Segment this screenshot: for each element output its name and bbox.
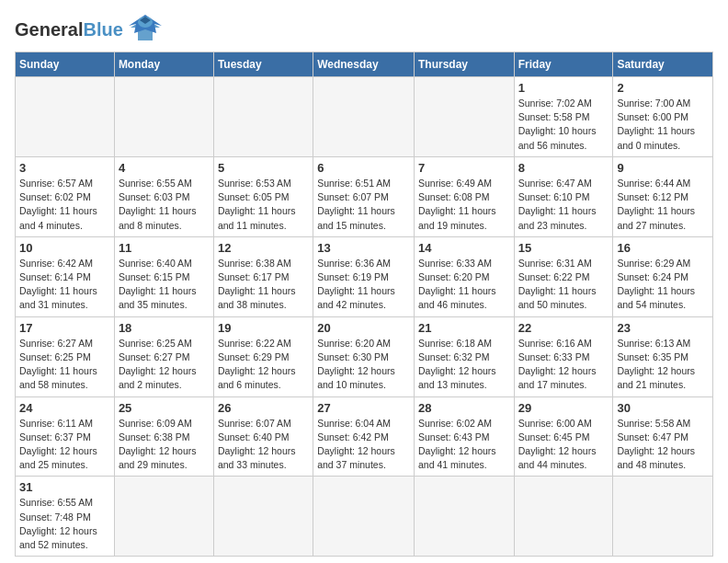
day-number: 1	[518, 81, 609, 95]
calendar-cell: 9Sunrise: 6:44 AMSunset: 6:12 PMDaylight…	[613, 156, 713, 236]
weekday-header-monday: Monday	[114, 52, 213, 77]
day-number: 2	[617, 81, 709, 95]
day-number: 28	[418, 401, 510, 415]
day-info: Sunrise: 6:04 AMSunset: 6:42 PMDaylight:…	[317, 417, 410, 473]
calendar-cell	[114, 477, 213, 557]
header: GeneralBlue	[15, 15, 713, 44]
day-info: Sunrise: 6:29 AMSunset: 6:24 PMDaylight:…	[617, 257, 709, 313]
calendar-cell	[514, 477, 613, 557]
calendar-cell: 4Sunrise: 6:55 AMSunset: 6:03 PMDaylight…	[114, 156, 213, 236]
weekday-header-tuesday: Tuesday	[213, 52, 313, 77]
day-info: Sunrise: 6:09 AMSunset: 6:38 PMDaylight:…	[119, 417, 210, 473]
day-info: Sunrise: 6:38 AMSunset: 6:17 PMDaylight:…	[218, 257, 309, 313]
day-info: Sunrise: 6:00 AMSunset: 6:45 PMDaylight:…	[518, 417, 609, 473]
day-number: 5	[218, 161, 309, 175]
calendar-cell: 22Sunrise: 6:16 AMSunset: 6:33 PMDayligh…	[514, 316, 613, 396]
day-number: 20	[317, 321, 410, 335]
logo-text: GeneralBlue	[15, 19, 123, 40]
day-number: 17	[19, 321, 110, 335]
calendar-cell: 23Sunrise: 6:13 AMSunset: 6:35 PMDayligh…	[613, 316, 713, 396]
calendar-cell: 24Sunrise: 6:11 AMSunset: 6:37 PMDayligh…	[16, 396, 115, 477]
calendar-week-row: 3Sunrise: 6:57 AMSunset: 6:02 PMDaylight…	[16, 156, 713, 236]
weekday-header-sunday: Sunday	[16, 52, 115, 77]
calendar-cell: 12Sunrise: 6:38 AMSunset: 6:17 PMDayligh…	[213, 236, 313, 316]
day-info: Sunrise: 6:49 AMSunset: 6:08 PMDaylight:…	[418, 177, 510, 233]
calendar-cell: 16Sunrise: 6:29 AMSunset: 6:24 PMDayligh…	[613, 236, 713, 316]
calendar-cell: 5Sunrise: 6:53 AMSunset: 6:05 PMDaylight…	[213, 156, 313, 236]
day-number: 29	[518, 401, 609, 415]
day-number: 11	[119, 241, 210, 255]
day-info: Sunrise: 6:55 AMSunset: 6:03 PMDaylight:…	[119, 177, 210, 233]
calendar-cell: 28Sunrise: 6:02 AMSunset: 6:43 PMDayligh…	[414, 396, 514, 477]
day-info: Sunrise: 7:00 AMSunset: 6:00 PMDaylight:…	[617, 97, 709, 153]
logo-area: GeneralBlue	[15, 15, 164, 44]
day-number: 3	[19, 161, 110, 175]
calendar-cell: 6Sunrise: 6:51 AMSunset: 6:07 PMDaylight…	[313, 156, 415, 236]
day-info: Sunrise: 6:31 AMSunset: 6:22 PMDaylight:…	[518, 257, 609, 313]
calendar-cell	[613, 477, 713, 557]
weekday-header-friday: Friday	[514, 52, 613, 77]
calendar-week-row: 24Sunrise: 6:11 AMSunset: 6:37 PMDayligh…	[16, 396, 713, 477]
calendar-cell: 19Sunrise: 6:22 AMSunset: 6:29 PMDayligh…	[213, 316, 313, 396]
day-number: 14	[418, 241, 510, 255]
calendar-cell: 31Sunrise: 6:55 AMSunset: 7:48 PMDayligh…	[16, 477, 115, 557]
day-number: 31	[19, 480, 110, 494]
day-info: Sunrise: 6:55 AMSunset: 7:48 PMDaylight:…	[19, 496, 110, 552]
calendar-cell: 15Sunrise: 6:31 AMSunset: 6:22 PMDayligh…	[514, 236, 613, 316]
day-number: 26	[218, 401, 309, 415]
calendar-week-row: 10Sunrise: 6:42 AMSunset: 6:14 PMDayligh…	[16, 236, 713, 316]
calendar-cell: 3Sunrise: 6:57 AMSunset: 6:02 PMDaylight…	[16, 156, 115, 236]
calendar-cell: 17Sunrise: 6:27 AMSunset: 6:25 PMDayligh…	[16, 316, 115, 396]
day-info: Sunrise: 6:25 AMSunset: 6:27 PMDaylight:…	[119, 337, 210, 393]
day-number: 21	[418, 321, 510, 335]
day-info: Sunrise: 6:36 AMSunset: 6:19 PMDaylight:…	[317, 257, 410, 313]
day-info: Sunrise: 6:47 AMSunset: 6:10 PMDaylight:…	[518, 177, 609, 233]
day-info: Sunrise: 7:02 AMSunset: 5:58 PMDaylight:…	[518, 97, 609, 153]
calendar-cell	[16, 77, 115, 157]
calendar-table: SundayMondayTuesdayWednesdayThursdayFrid…	[15, 52, 713, 557]
calendar-cell: 30Sunrise: 5:58 AMSunset: 6:47 PMDayligh…	[613, 396, 713, 477]
day-number: 7	[418, 161, 510, 175]
day-number: 24	[19, 401, 110, 415]
calendar-week-row: 17Sunrise: 6:27 AMSunset: 6:25 PMDayligh…	[16, 316, 713, 396]
day-info: Sunrise: 6:02 AMSunset: 6:43 PMDaylight:…	[418, 417, 510, 473]
calendar-cell	[414, 77, 514, 157]
day-info: Sunrise: 6:13 AMSunset: 6:35 PMDaylight:…	[617, 337, 709, 393]
day-info: Sunrise: 6:53 AMSunset: 6:05 PMDaylight:…	[218, 177, 309, 233]
day-info: Sunrise: 6:44 AMSunset: 6:12 PMDaylight:…	[617, 177, 709, 233]
calendar-cell: 7Sunrise: 6:49 AMSunset: 6:08 PMDaylight…	[414, 156, 514, 236]
day-number: 9	[617, 161, 709, 175]
calendar-cell	[313, 477, 415, 557]
day-info: Sunrise: 6:40 AMSunset: 6:15 PMDaylight:…	[119, 257, 210, 313]
day-info: Sunrise: 5:58 AMSunset: 6:47 PMDaylight:…	[617, 417, 709, 473]
calendar-week-row: 1Sunrise: 7:02 AMSunset: 5:58 PMDaylight…	[16, 77, 713, 157]
calendar-cell: 2Sunrise: 7:00 AMSunset: 6:00 PMDaylight…	[613, 77, 713, 157]
calendar-cell: 10Sunrise: 6:42 AMSunset: 6:14 PMDayligh…	[16, 236, 115, 316]
day-info: Sunrise: 6:22 AMSunset: 6:29 PMDaylight:…	[218, 337, 309, 393]
calendar-cell: 26Sunrise: 6:07 AMSunset: 6:40 PMDayligh…	[213, 396, 313, 477]
day-info: Sunrise: 6:33 AMSunset: 6:20 PMDaylight:…	[418, 257, 510, 313]
calendar-cell: 11Sunrise: 6:40 AMSunset: 6:15 PMDayligh…	[114, 236, 213, 316]
day-number: 27	[317, 401, 410, 415]
day-info: Sunrise: 6:27 AMSunset: 6:25 PMDaylight:…	[19, 337, 110, 393]
day-number: 6	[317, 161, 410, 175]
weekday-header-saturday: Saturday	[613, 52, 713, 77]
day-info: Sunrise: 6:51 AMSunset: 6:07 PMDaylight:…	[317, 177, 410, 233]
day-number: 22	[518, 321, 609, 335]
day-info: Sunrise: 6:57 AMSunset: 6:02 PMDaylight:…	[19, 177, 110, 233]
day-info: Sunrise: 6:07 AMSunset: 6:40 PMDaylight:…	[218, 417, 309, 473]
day-info: Sunrise: 6:11 AMSunset: 6:37 PMDaylight:…	[19, 417, 110, 473]
weekday-header-row: SundayMondayTuesdayWednesdayThursdayFrid…	[16, 52, 713, 77]
calendar-cell	[213, 77, 313, 157]
day-number: 16	[617, 241, 709, 255]
day-info: Sunrise: 6:18 AMSunset: 6:32 PMDaylight:…	[418, 337, 510, 393]
calendar-cell: 29Sunrise: 6:00 AMSunset: 6:45 PMDayligh…	[514, 396, 613, 477]
day-number: 4	[119, 161, 210, 175]
day-info: Sunrise: 6:42 AMSunset: 6:14 PMDaylight:…	[19, 257, 110, 313]
day-info: Sunrise: 6:20 AMSunset: 6:30 PMDaylight:…	[317, 337, 410, 393]
weekday-header-wednesday: Wednesday	[313, 52, 415, 77]
calendar-cell: 27Sunrise: 6:04 AMSunset: 6:42 PMDayligh…	[313, 396, 415, 477]
day-number: 30	[617, 401, 709, 415]
day-number: 10	[19, 241, 110, 255]
day-number: 18	[119, 321, 210, 335]
